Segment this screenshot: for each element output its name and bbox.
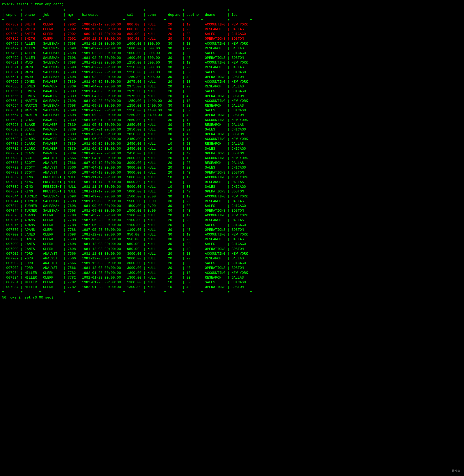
table-row: | 007934 | MILLER | CLERK | 7782 | 1982-…	[2, 285, 462, 290]
table-row: | 007654 | MARTIN | SALESMAN | 7698 | 19…	[2, 108, 462, 113]
table-row: | 007654 | MARTIN | SALESMAN | 7698 | 19…	[2, 103, 462, 108]
table-row: | 007788 | SCOTT | ANALYST | 7566 | 1987…	[2, 165, 462, 170]
table-row: | 007844 | TURNER | SALESMAN | 7698 | 19…	[2, 204, 462, 208]
table-row: | 007499 | ALLEN | SALESMAN | 7698 | 198…	[2, 46, 462, 51]
table-row: | 007654 | MARTIN | SALESMAN | 7698 | 19…	[2, 99, 462, 103]
table-row: | 007369 | SMITH | CLERK | 7902 | 1980-1…	[2, 32, 462, 36]
table-row: | 007934 | MILLER | CLERK | 7782 | 1982-…	[2, 280, 462, 285]
table-row: | 007876 | ADAMS | CLERK | 7788 | 1987-0…	[2, 228, 462, 232]
table-output: +--------+--------+-----------+------+--…	[2, 8, 462, 294]
table-row: | 007900 | JAMES | CLERK | 7698 | 1981-1…	[2, 242, 462, 247]
table-row: | 007782 | CLARK | MANAGER | 7839 | 1981…	[2, 137, 462, 142]
table-row: | 007521 | WARD | SALESMAN | 7698 | 1981…	[2, 60, 462, 65]
result-line: 56 rows in set (0.00 sec)	[2, 295, 462, 300]
table-row: | 007902 | FORD | ANALYST | 7566 | 1981-…	[2, 266, 462, 270]
table-row: | 007934 | MILLER | CLERK | 7782 | 1982-…	[2, 271, 462, 275]
table-row: | 007566 | JONES | MANAGER | 7839 | 1981…	[2, 80, 462, 84]
sep-bottom: +--------+--------+-----------+------+--…	[2, 290, 462, 294]
table-row: | 007844 | TURNER | SALESMAN | 7698 | 19…	[2, 199, 462, 204]
table-row: | 007499 | ALLEN | SALESMAN | 7698 | 198…	[2, 41, 462, 46]
sep-top: +--------+--------+-----------+------+--…	[2, 8, 462, 13]
table-row: | 007521 | WARD | SALESMAN | 7698 | 1981…	[2, 75, 462, 80]
table-row: | 007788 | SCOTT | ANALYST | 7566 | 1987…	[2, 156, 462, 161]
table-row: | 007521 | WARD | SALESMAN | 7698 | 1981…	[2, 70, 462, 75]
table-row: | 007902 | FORD | ANALYST | 7566 | 1981-…	[2, 252, 462, 256]
sep-header: +--------+--------+-----------+------+--…	[2, 18, 462, 22]
table-row: | 007900 | JAMES | CLERK | 7698 | 1981-1…	[2, 237, 462, 242]
table-row: | 007782 | CLARK | MANAGER | 7839 | 1981…	[2, 142, 462, 146]
table-row: | 007698 | BLAKE | MANAGER | 7839 | 1981…	[2, 118, 462, 123]
table-row: | 007521 | WARD | SALESMAN | 7698 | 1981…	[2, 65, 462, 70]
table-row: | 007839 | KING | PRESIDENT | NULL | 198…	[2, 175, 462, 180]
table-row: | 007788 | SCOTT | ANALYST | 7566 | 1987…	[2, 170, 462, 175]
table-row: | 007876 | ADAMS | CLERK | 7788 | 1987-0…	[2, 213, 462, 218]
table-row: | 007698 | BLAKE | MANAGER | 7839 | 1981…	[2, 123, 462, 127]
table-row: | 007698 | BLAKE | MANAGER | 7839 | 1981…	[2, 132, 462, 137]
header-row: | empno | ename | job | mgr | hiredate |…	[2, 13, 462, 17]
table-row: | 007900 | JAMES | CLERK | 7698 | 1981-1…	[2, 232, 462, 237]
table-row: | 007499 | ALLEN | SALESMAN | 7698 | 198…	[2, 56, 462, 60]
table-row: | 007566 | JONES | MANAGER | 7839 | 1981…	[2, 84, 462, 89]
terminal: mysql> select * from emp,dept; +--------…	[2, 2, 462, 300]
table-row: | 007782 | CLARK | MANAGER | 7839 | 1981…	[2, 151, 462, 156]
table-row: | 007844 | TURNER | SALESMAN | 7698 | 19…	[2, 194, 462, 199]
table-row: | 007839 | KING | PRESIDENT | NULL | 198…	[2, 185, 462, 189]
table-row: | 007900 | JAMES | CLERK | 7698 | 1981-1…	[2, 247, 462, 252]
table-row: | 007369 | SMITH | CLERK | 7902 | 1980-1…	[2, 22, 462, 27]
table-row: | 007654 | MARTIN | SALESMAN | 7698 | 19…	[2, 113, 462, 118]
table-row: | 007902 | FORD | ANALYST | 7566 | 1981-…	[2, 261, 462, 266]
table-row: | 007782 | CLARK | MANAGER | 7839 | 1981…	[2, 147, 462, 151]
table-row: | 007698 | BLAKE | MANAGER | 7839 | 1981…	[2, 127, 462, 132]
table-row: | 007902 | FORD | ANALYST | 7566 | 1981-…	[2, 256, 462, 261]
table-row: | 007369 | SMITH | CLERK | 7902 | 1980-1…	[2, 36, 462, 41]
table-row: | 007788 | SCOTT | ANALYST | 7566 | 1987…	[2, 161, 462, 165]
table-row: | 007839 | KING | PRESIDENT | NULL | 198…	[2, 189, 462, 194]
table-row: | 007839 | KING | PRESIDENT | NULL | 198…	[2, 180, 462, 185]
table-row: | 007876 | ADAMS | CLERK | 7788 | 1987-0…	[2, 223, 462, 228]
table-row: | 007876 | ADAMS | CLERK | 7788 | 1987-0…	[2, 218, 462, 223]
table-row: | 007934 | MILLER | CLERK | 7782 | 1982-…	[2, 275, 462, 280]
table-row: | 007369 | SMITH | CLERK | 7902 | 1980-1…	[2, 27, 462, 32]
watermark: 开发者	[451, 468, 461, 473]
table-row: | 007499 | ALLEN | SALESMAN | 7698 | 198…	[2, 51, 462, 56]
table-row: | 007844 | TURNER | SALESMAN | 7698 | 19…	[2, 208, 462, 213]
command-line: mysql> select * from emp,dept;	[2, 2, 462, 7]
table-row: | 007566 | JONES | MANAGER | 7839 | 1981…	[2, 94, 462, 99]
table-row: | 007566 | JONES | MANAGER | 7839 | 1981…	[2, 89, 462, 94]
